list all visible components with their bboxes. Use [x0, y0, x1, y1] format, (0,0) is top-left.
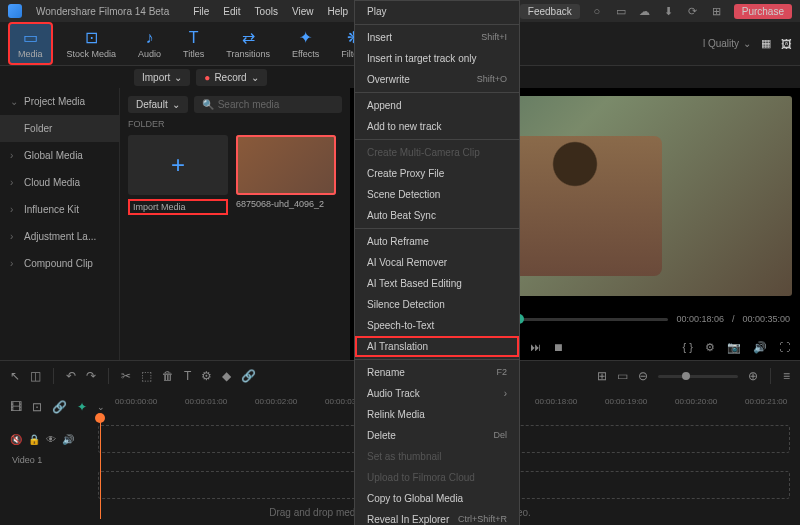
menu-bar: File Edit Tools View Help — [193, 6, 348, 17]
media-clip[interactable]: 6875068-uhd_4096_2 — [236, 135, 336, 215]
sidebar-item-influence-kit[interactable]: ›Influence Kit — [0, 196, 119, 223]
quality-dropdown[interactable]: l Quality⌄ — [703, 38, 751, 49]
ctx-copy-global[interactable]: Copy to Global Media — [355, 488, 519, 509]
ctx-audio-track[interactable]: Audio Track› — [355, 383, 519, 404]
zoom-slider[interactable] — [658, 375, 738, 378]
ctx-play[interactable]: Play — [355, 1, 519, 22]
sliders-icon[interactable]: ⚙ — [201, 369, 212, 383]
marker-icon[interactable]: ◆ — [222, 369, 231, 383]
mute-icon[interactable]: 🔇 — [10, 434, 22, 445]
import-media-button[interactable]: + Import Media — [128, 135, 228, 215]
ctx-text-edit[interactable]: AI Text Based Editing — [355, 273, 519, 294]
sidebar-item-project-media[interactable]: ⌄Project Media — [0, 88, 119, 115]
chevron-down-icon: ⌄ — [10, 96, 18, 107]
menu-help[interactable]: Help — [327, 6, 348, 17]
menu-edit[interactable]: Edit — [223, 6, 240, 17]
media-browser: Default⌄ 🔍Search media FOLDER + Import M… — [120, 88, 350, 360]
ctx-relink[interactable]: Relink Media — [355, 404, 519, 425]
sync-icon[interactable]: ⟳ — [686, 4, 700, 18]
plus-icon: + — [171, 151, 185, 179]
tab-audio[interactable]: ♪Audio — [130, 25, 169, 63]
menu-view[interactable]: View — [292, 6, 314, 17]
crop-icon[interactable]: ⬚ — [141, 369, 152, 383]
ctx-silence[interactable]: Silence Detection — [355, 294, 519, 315]
layout-icon[interactable]: ▦ — [761, 37, 771, 50]
pointer-icon[interactable]: ↖ — [10, 369, 20, 383]
volume-icon[interactable]: 🔊 — [753, 341, 767, 354]
bracket-icon[interactable]: { } — [683, 341, 693, 353]
ctx-overwrite[interactable]: OverwriteShift+O — [355, 69, 519, 90]
ctx-insert-target[interactable]: Insert in target track only — [355, 48, 519, 69]
redo-icon[interactable]: ↷ — [86, 369, 96, 383]
ctx-scene[interactable]: Scene Detection — [355, 184, 519, 205]
fullscreen-icon[interactable]: ⛶ — [779, 341, 790, 353]
sidebar-item-cloud-media[interactable]: ›Cloud Media — [0, 169, 119, 196]
mixer-icon[interactable]: ⊞ — [597, 369, 607, 383]
ctx-delete[interactable]: DeleteDel — [355, 425, 519, 446]
snap-icon[interactable]: ✦ — [77, 400, 87, 414]
feedback-button[interactable]: Feedback — [520, 4, 580, 19]
link-icon[interactable]: 🔗 — [241, 369, 256, 383]
ctx-thumbnail: Set as thumbnail — [355, 446, 519, 467]
sidebar-item-adjustment-layer[interactable]: ›Adjustment La... — [0, 223, 119, 250]
import-dropdown[interactable]: Import⌄ — [134, 69, 190, 86]
tab-titles[interactable]: TTitles — [175, 25, 212, 63]
purchase-button[interactable]: Purchase — [734, 4, 792, 19]
next-frame-icon[interactable]: ⏭ — [530, 341, 541, 353]
lasso-icon[interactable]: ◫ — [30, 369, 41, 383]
volume2-icon[interactable]: 🔊 — [62, 434, 74, 445]
chevron-down-icon: ⌄ — [743, 38, 751, 49]
film-icon[interactable]: 🎞 — [10, 400, 22, 414]
ctx-vocal[interactable]: AI Vocal Remover — [355, 252, 519, 273]
sidebar-item-folder[interactable]: Folder — [0, 115, 119, 142]
save-icon[interactable]: ▭ — [614, 4, 628, 18]
menu-file[interactable]: File — [193, 6, 209, 17]
ctx-add-track[interactable]: Add to new track — [355, 116, 519, 137]
magnet-icon[interactable]: ⊡ — [32, 400, 42, 414]
text-icon[interactable]: T — [184, 369, 191, 383]
ctx-beat[interactable]: Auto Beat Sync — [355, 205, 519, 226]
trash-icon[interactable]: 🗑 — [162, 369, 174, 383]
zoom-in-icon[interactable]: ⊕ — [748, 369, 758, 383]
effects-icon: ✦ — [299, 28, 312, 47]
link2-icon[interactable]: 🔗 — [52, 400, 67, 414]
record-dropdown[interactable]: ●Record⌄ — [196, 69, 266, 86]
tab-effects[interactable]: ✦Effects — [284, 24, 327, 63]
snapshot-icon[interactable]: 📷 — [727, 341, 741, 354]
playhead[interactable] — [100, 419, 101, 519]
sort-dropdown[interactable]: Default⌄ — [128, 96, 188, 113]
ctx-stt[interactable]: Speech-to-Text — [355, 315, 519, 336]
ctx-reveal[interactable]: Reveal In ExplorerCtrl+Shift+R — [355, 509, 519, 525]
cut-icon[interactable]: ✂ — [121, 369, 131, 383]
settings-icon[interactable]: ⚙ — [705, 341, 715, 354]
menu-tools[interactable]: Tools — [255, 6, 278, 17]
sidebar-item-compound-clip[interactable]: ›Compound Clip — [0, 250, 119, 277]
search-input[interactable]: 🔍Search media — [194, 96, 342, 113]
audio-icon: ♪ — [146, 29, 154, 47]
ctx-reframe[interactable]: Auto Reframe — [355, 231, 519, 252]
tab-transitions[interactable]: ⇄Transitions — [218, 24, 278, 63]
list-icon[interactable]: ≡ — [783, 369, 790, 383]
grid-icon[interactable]: ⊞ — [710, 4, 724, 18]
circle-icon[interactable]: ○ — [590, 4, 604, 18]
render-icon[interactable]: ▭ — [617, 369, 628, 383]
ctx-rename[interactable]: RenameF2 — [355, 362, 519, 383]
chevron-right-icon: › — [10, 231, 18, 242]
sidebar-item-global-media[interactable]: ›Global Media — [0, 142, 119, 169]
undo-icon[interactable]: ↶ — [66, 369, 76, 383]
ctx-ai-translation[interactable]: AI Translation — [355, 336, 519, 357]
download-icon[interactable]: ⬇ — [662, 4, 676, 18]
chevron-down-icon: ⌄ — [251, 72, 259, 83]
zoom-out-icon[interactable]: ⊖ — [638, 369, 648, 383]
eye-icon[interactable]: 👁 — [46, 434, 56, 445]
image-icon[interactable]: 🖼 — [781, 38, 792, 50]
lock-icon[interactable]: 🔒 — [28, 434, 40, 445]
ctx-proxy[interactable]: Create Proxy File — [355, 163, 519, 184]
ctx-insert[interactable]: InsertShift+I — [355, 27, 519, 48]
media-icon: ▭ — [23, 28, 38, 47]
tab-stock-media[interactable]: ⊡Stock Media — [59, 24, 125, 63]
cloud-icon[interactable]: ☁ — [638, 4, 652, 18]
ctx-append[interactable]: Append — [355, 95, 519, 116]
stop-icon[interactable]: ⏹ — [553, 341, 564, 353]
tab-media[interactable]: ▭ Media — [8, 22, 53, 65]
